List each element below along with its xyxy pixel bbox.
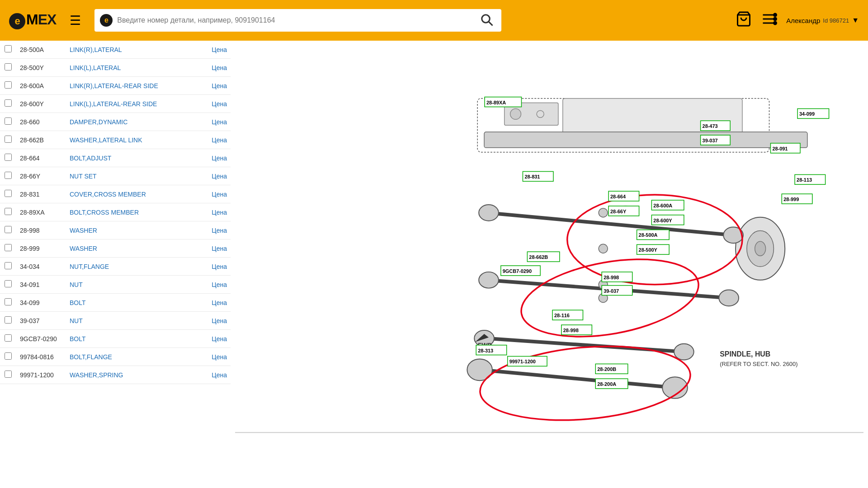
part-name[interactable]: WASHER xyxy=(66,221,194,239)
part-name[interactable]: NUT,FLANGE xyxy=(66,258,194,276)
row-checkbox-cell xyxy=(0,258,16,276)
part-price[interactable]: Цена xyxy=(194,312,231,330)
part-name[interactable]: LINK(R),LATERAL-REAR SIDE xyxy=(66,77,194,95)
part-name[interactable]: LINK(L),LATERAL xyxy=(66,59,194,77)
part-price[interactable]: Цена xyxy=(194,41,231,59)
part-name[interactable]: BOLT,FLANGE xyxy=(66,348,194,366)
part-price[interactable]: Цена xyxy=(194,348,231,366)
part-price[interactable]: Цена xyxy=(194,131,231,149)
part-price[interactable]: Цена xyxy=(194,77,231,95)
row-checkbox[interactable] xyxy=(5,371,12,378)
svg-text:28-662B: 28-662B xyxy=(529,254,548,260)
part-name[interactable]: NUT SET xyxy=(66,167,194,185)
svg-text:34-099: 34-099 xyxy=(799,111,815,117)
row-checkbox[interactable] xyxy=(5,208,12,215)
part-name[interactable]: LINK(L),LATERAL-REAR SIDE xyxy=(66,95,194,113)
table-row: 28-998 WASHER Цена xyxy=(0,221,231,239)
part-name[interactable]: COVER,CROSS MEMBER xyxy=(66,185,194,203)
table-row: 28-662B WASHER,LATERAL LINK Цена xyxy=(0,131,231,149)
part-price[interactable]: Цена xyxy=(194,59,231,77)
table-row: 99784-0816 BOLT,FLANGE Цена xyxy=(0,348,231,366)
row-checkbox[interactable] xyxy=(5,334,12,342)
svg-point-8 xyxy=(774,22,777,24)
part-price[interactable]: Цена xyxy=(194,167,231,185)
part-number: 28-500Y xyxy=(16,59,66,77)
cart-button[interactable] xyxy=(736,11,752,30)
part-number: 34-099 xyxy=(16,294,66,312)
part-name[interactable]: DAMPER,DYNAMIC xyxy=(66,113,194,131)
table-row: 39-037 NUT Цена xyxy=(0,312,231,330)
row-checkbox[interactable] xyxy=(5,262,12,269)
svg-text:SPINDLE, HUB: SPINDLE, HUB xyxy=(720,350,770,358)
svg-point-41 xyxy=(477,338,693,428)
row-checkbox[interactable] xyxy=(5,81,12,89)
row-checkbox[interactable] xyxy=(5,352,12,360)
svg-line-27 xyxy=(486,338,684,352)
svg-text:28-600A: 28-600A xyxy=(653,203,672,208)
row-checkbox[interactable] xyxy=(5,154,12,161)
svg-point-17 xyxy=(755,241,766,256)
row-checkbox[interactable] xyxy=(5,117,12,125)
part-number: 9GCB7-0290 xyxy=(16,330,66,348)
table-row: 28-500Y LINK(L),LATERAL Цена xyxy=(0,59,231,77)
table-row: 28-600Y LINK(L),LATERAL-REAR SIDE Цена xyxy=(0,95,231,113)
row-checkbox[interactable] xyxy=(5,298,12,305)
svg-line-24 xyxy=(480,370,675,388)
row-checkbox[interactable] xyxy=(5,190,12,197)
table-row: 28-999 WASHER Цена xyxy=(0,239,231,258)
svg-text:39-037: 39-037 xyxy=(604,288,619,294)
part-price[interactable]: Цена xyxy=(194,113,231,131)
svg-point-32 xyxy=(599,244,608,253)
search-button[interactable] xyxy=(478,11,496,30)
row-checkbox[interactable] xyxy=(5,136,12,143)
part-price[interactable]: Цена xyxy=(194,221,231,239)
part-name[interactable]: WASHER,SPRING xyxy=(66,366,194,384)
search-icon xyxy=(480,13,494,27)
part-name[interactable]: LINK(R),LATERAL xyxy=(66,41,194,59)
part-name[interactable]: WASHER xyxy=(66,239,194,258)
svg-point-13 xyxy=(537,110,544,117)
part-price[interactable]: Цена xyxy=(194,366,231,384)
part-price[interactable]: Цена xyxy=(194,330,231,348)
part-name[interactable]: WASHER,LATERAL LINK xyxy=(66,131,194,149)
row-checkbox[interactable] xyxy=(5,244,12,251)
row-checkbox-cell xyxy=(0,239,16,258)
part-price[interactable]: Цена xyxy=(194,149,231,167)
svg-text:28-998: 28-998 xyxy=(604,275,619,280)
part-name[interactable]: NUT xyxy=(66,312,194,330)
part-price[interactable]: Цена xyxy=(194,203,231,221)
table-row: 34-091 NUT Цена xyxy=(0,276,231,294)
part-name[interactable]: NUT xyxy=(66,276,194,294)
part-number: 28-500A xyxy=(16,41,66,59)
row-checkbox[interactable] xyxy=(5,99,12,107)
user-info[interactable]: Александр Id 986721 ▼ xyxy=(786,16,859,24)
svg-text:28-200A: 28-200A xyxy=(597,381,616,387)
diagram-container: FWD SPINDLE, HUB (REFER TO SECT. NO. 260… xyxy=(235,45,863,483)
part-price[interactable]: Цена xyxy=(194,258,231,276)
part-price[interactable]: Цена xyxy=(194,185,231,203)
list-button[interactable] xyxy=(761,11,777,30)
row-checkbox-cell xyxy=(0,366,16,384)
burger-menu-button[interactable]: ☰ xyxy=(65,11,85,30)
row-checkbox[interactable] xyxy=(5,316,12,324)
row-checkbox[interactable] xyxy=(5,45,12,52)
svg-text:28-998: 28-998 xyxy=(563,328,579,333)
part-price[interactable]: Цена xyxy=(194,95,231,113)
row-checkbox[interactable] xyxy=(5,280,12,287)
part-name[interactable]: BOLT xyxy=(66,330,194,348)
logo-e-icon: e xyxy=(9,13,25,29)
part-price[interactable]: Цена xyxy=(194,239,231,258)
svg-text:28-999: 28-999 xyxy=(783,197,799,202)
search-e-icon: e xyxy=(100,14,113,27)
search-input[interactable] xyxy=(117,16,473,24)
part-price[interactable]: Цена xyxy=(194,294,231,312)
part-name[interactable]: BOLT,CROSS MEMBER xyxy=(66,203,194,221)
row-checkbox[interactable] xyxy=(5,226,12,233)
part-name[interactable]: BOLT,ADJUST xyxy=(66,149,194,167)
part-number: 34-034 xyxy=(16,258,66,276)
part-name[interactable]: BOLT xyxy=(66,294,194,312)
part-number: 28-66Y xyxy=(16,167,66,185)
row-checkbox[interactable] xyxy=(5,63,12,70)
part-price[interactable]: Цена xyxy=(194,276,231,294)
row-checkbox[interactable] xyxy=(5,172,12,179)
